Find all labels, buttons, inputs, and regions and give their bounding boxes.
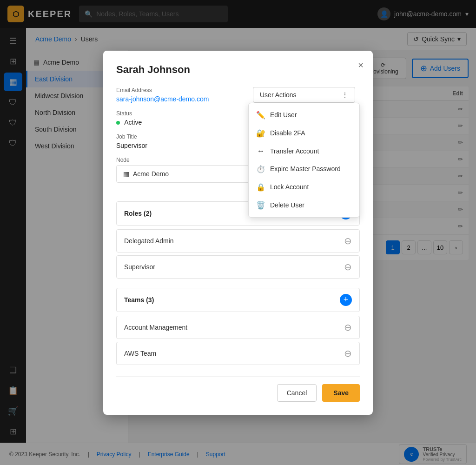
node-value: Acme Demo xyxy=(133,170,169,178)
status-dot xyxy=(116,121,120,125)
user-modal: Sarah Johnson × Email Address sara-johns… xyxy=(103,51,373,415)
team-account-management: Account Management ⊖ xyxy=(116,316,360,339)
save-button[interactable]: Save xyxy=(322,384,360,402)
more-icon: ⋮ xyxy=(342,91,348,99)
lock-icon: 🔒 xyxy=(256,183,265,192)
role-delegated-admin: Delegated Admin ⊖ xyxy=(116,229,360,252)
cancel-button[interactable]: Cancel xyxy=(277,384,317,402)
modal-left-col: Email Address sara-johnson@acme-demo.com… xyxy=(116,87,253,192)
status-value: Active xyxy=(116,119,253,126)
modal-overlay: Sarah Johnson × Email Address sara-johns… xyxy=(0,0,476,465)
role-supervisor: Supervisor ⊖ xyxy=(116,255,360,279)
transfer-icon: ↔️ xyxy=(256,147,265,155)
teams-section: Teams (3) + Account Management ⊖ AWS Tea… xyxy=(116,288,360,365)
delete-user-item[interactable]: 🗑️ Delete User xyxy=(249,196,359,214)
delete-icon: 🗑️ xyxy=(256,201,265,210)
supervisor-label: Supervisor xyxy=(124,263,155,271)
user-actions-dropdown: ✏️ Edit User 🔐 Disable 2FA ↔️ Transfer A… xyxy=(248,103,360,218)
aws-team-label: AWS Team xyxy=(124,350,156,357)
expire-password-item[interactable]: ⏱️ Expire Master Password xyxy=(249,160,359,178)
account-management-label: Account Management xyxy=(124,324,187,331)
node-label: Node xyxy=(116,157,253,163)
email-value: sara-johnson@acme-demo.com xyxy=(116,95,253,103)
modal-title: Sarah Johnson xyxy=(116,64,360,76)
teams-header: Teams (3) + xyxy=(116,288,360,312)
remove-account-management-button[interactable]: ⊖ xyxy=(344,322,352,333)
edit-icon: ✏️ xyxy=(256,111,265,120)
delegated-admin-label: Delegated Admin xyxy=(124,237,174,245)
remove-supervisor-button[interactable]: ⊖ xyxy=(344,261,352,272)
team-aws: AWS Team ⊖ xyxy=(116,342,360,365)
remove-aws-team-button[interactable]: ⊖ xyxy=(344,348,352,359)
add-team-button[interactable]: + xyxy=(340,294,352,306)
job-title-label: Job Title xyxy=(116,133,253,140)
expire-icon: ⏱️ xyxy=(256,165,265,173)
status-label: Status xyxy=(116,110,253,117)
node-box: ▦ Acme Demo xyxy=(116,165,253,183)
modal-top-row: Email Address sara-johnson@acme-demo.com… xyxy=(116,87,360,192)
user-actions-button[interactable]: User Actions ⋮ xyxy=(253,87,355,103)
teams-title: Teams (3) xyxy=(124,296,154,304)
email-label: Email Address xyxy=(116,87,253,93)
roles-title: Roles (2) xyxy=(124,210,152,217)
node-grid-icon: ▦ xyxy=(123,170,129,178)
lock-account-item[interactable]: 🔒 Lock Account xyxy=(249,178,359,196)
modal-right-col: User Actions ⋮ ✏️ Edit User 🔐 Disable 2F… xyxy=(253,87,360,112)
user-actions-area: User Actions ⋮ ✏️ Edit User 🔐 Disable 2F… xyxy=(253,87,360,103)
edit-user-item[interactable]: ✏️ Edit User xyxy=(249,106,359,124)
modal-close-button[interactable]: × xyxy=(358,60,364,71)
transfer-account-item[interactable]: ↔️ Transfer Account xyxy=(249,142,359,160)
remove-delegated-admin-button[interactable]: ⊖ xyxy=(344,235,352,246)
job-title-value: Supervisor xyxy=(116,142,253,149)
modal-footer: Cancel Save xyxy=(116,376,360,402)
disable-2fa-item[interactable]: 🔐 Disable 2FA xyxy=(249,124,359,142)
disable-2fa-icon: 🔐 xyxy=(256,129,265,138)
